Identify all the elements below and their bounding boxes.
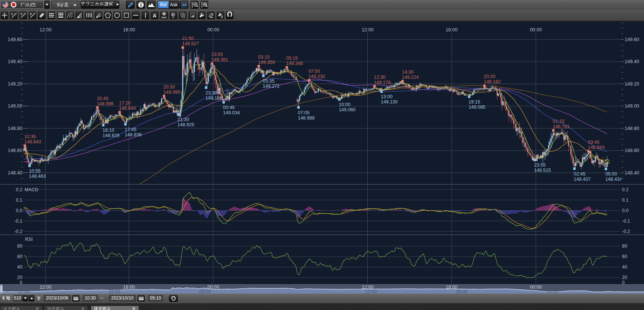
- svg-text:02:45: 02:45: [574, 171, 585, 177]
- svg-text:07:50: 07:50: [308, 69, 320, 74]
- svg-text:2: 2: [21, 12, 22, 16]
- svg-text:149.60: 149.60: [625, 37, 639, 42]
- svg-text:01:15: 01:15: [553, 119, 564, 124]
- svg-text:40: 40: [17, 264, 22, 270]
- svg-text:00:45: 00:45: [223, 105, 235, 110]
- svg-text:40: 40: [622, 264, 627, 270]
- svg-text:-0.2: -0.2: [14, 229, 22, 234]
- svg-text:07:05: 07:05: [298, 110, 310, 115]
- svg-text:RSI: RSI: [25, 237, 33, 242]
- svg-text:0: 0: [20, 280, 22, 285]
- svg-text:/: /: [30, 3, 31, 8]
- svg-text:A: A: [153, 13, 156, 19]
- svg-text:00:00: 00:00: [547, 289, 558, 294]
- svg-text:148.434: 148.434: [605, 177, 622, 182]
- svg-text:148.60: 148.60: [625, 148, 639, 153]
- svg-text:15:45: 15:45: [97, 96, 108, 101]
- svg-text:149.381: 149.381: [211, 57, 228, 62]
- svg-text:17:45: 17:45: [125, 127, 136, 132]
- svg-text:148.643: 148.643: [24, 139, 41, 145]
- svg-text:149.272: 149.272: [263, 84, 280, 89]
- svg-text:16:10: 16:10: [103, 128, 114, 133]
- svg-text:149.166: 149.166: [205, 96, 222, 101]
- svg-text:00:00: 00:00: [530, 27, 542, 32]
- svg-text:149.232: 149.232: [308, 74, 325, 79]
- svg-text:12:30: 12:30: [374, 75, 386, 80]
- svg-text:149.130: 149.130: [381, 99, 398, 105]
- svg-text:148.593: 148.593: [588, 145, 604, 150]
- svg-text:17:20: 17:20: [119, 100, 131, 106]
- svg-text:12:00: 12:00: [365, 289, 377, 294]
- svg-text:18:00: 18:00: [123, 27, 135, 32]
- svg-text:3: 3: [30, 12, 32, 16]
- svg-text:-0.2: -0.2: [622, 229, 630, 234]
- svg-text:60: 60: [17, 254, 22, 259]
- svg-text:0: 0: [622, 280, 625, 285]
- svg-text:03:35: 03:35: [263, 78, 274, 84]
- svg-text:148.80: 148.80: [8, 125, 22, 131]
- svg-text:0.2: 0.2: [16, 187, 22, 192]
- svg-text:icon: icon: [161, 16, 166, 19]
- svg-text:148.944: 148.944: [119, 106, 136, 111]
- svg-text:19:15: 19:15: [468, 99, 480, 105]
- svg-text:0.0: 0.0: [16, 208, 22, 213]
- svg-text:05:00: 05:00: [605, 171, 617, 177]
- svg-text:149.090: 149.090: [163, 90, 180, 95]
- svg-text:03:15: 03:15: [258, 55, 270, 60]
- svg-text:148.988: 148.988: [298, 115, 315, 121]
- svg-text:03:45: 03:45: [588, 140, 599, 145]
- svg-text:18:00: 18:00: [446, 27, 458, 32]
- svg-text:149.20: 149.20: [625, 81, 639, 87]
- svg-text:10:35: 10:35: [24, 134, 36, 139]
- svg-text:18:00: 18:00: [109, 289, 120, 294]
- svg-text:148.40: 148.40: [625, 170, 639, 176]
- svg-text:148.463: 148.463: [29, 174, 46, 179]
- svg-text:20: 20: [622, 275, 627, 280]
- svg-text:23:55: 23:55: [534, 162, 546, 168]
- svg-text:148.925: 148.925: [178, 122, 194, 127]
- svg-text:20:30: 20:30: [163, 84, 175, 90]
- svg-text:149.178: 149.178: [374, 80, 391, 85]
- svg-text:12:00: 12:00: [40, 285, 51, 290]
- svg-text:149.527: 149.527: [182, 41, 199, 46]
- svg-text:148.829: 148.829: [103, 133, 119, 138]
- svg-text:05:15: 05:15: [286, 56, 298, 61]
- svg-text:149.20: 149.20: [8, 81, 22, 87]
- svg-text:148.60: 148.60: [8, 148, 22, 153]
- svg-text:MACD: MACD: [25, 187, 38, 192]
- svg-text:149.40: 149.40: [625, 59, 639, 64]
- svg-text:18:00: 18:00: [123, 285, 135, 290]
- svg-text:21:50: 21:50: [182, 36, 194, 41]
- svg-text:0.1: 0.1: [16, 198, 22, 203]
- svg-text:12:00: 12:00: [362, 27, 374, 32]
- svg-text:80: 80: [17, 244, 22, 249]
- svg-text:12:00: 12:00: [40, 27, 51, 32]
- svg-text:80: 80: [622, 244, 627, 249]
- svg-text:23:30: 23:30: [205, 90, 217, 96]
- svg-text:20:20: 20:20: [484, 74, 495, 79]
- svg-text:00:00: 00:00: [207, 27, 219, 32]
- svg-text:00:00: 00:00: [199, 289, 211, 294]
- svg-text:1: 1: [11, 12, 13, 16]
- svg-text:149.182: 149.182: [484, 79, 500, 84]
- svg-text::: :: [11, 296, 12, 301]
- svg-text:-0.1: -0.1: [14, 218, 22, 224]
- svg-text:149.034: 149.034: [223, 110, 240, 115]
- svg-text:00:00: 00:00: [530, 285, 541, 290]
- svg-text:148.40: 148.40: [8, 170, 22, 176]
- svg-text:5: 5: [57, 3, 60, 7]
- svg-text:148.986: 148.986: [97, 101, 113, 106]
- svg-text:-0.1: -0.1: [622, 218, 630, 224]
- svg-text:148.80: 148.80: [625, 125, 639, 131]
- svg-text:0.1: 0.1: [622, 198, 628, 203]
- svg-text:148.515: 148.515: [534, 168, 551, 173]
- svg-text:13:00: 13:00: [381, 94, 392, 99]
- svg-text:149.085: 149.085: [468, 105, 485, 110]
- svg-text:148.437: 148.437: [574, 177, 591, 182]
- svg-text:149.348: 149.348: [286, 61, 303, 66]
- svg-text:149.60: 149.60: [8, 37, 22, 42]
- svg-text:0.0: 0.0: [622, 208, 628, 213]
- svg-text:149.40: 149.40: [8, 59, 22, 64]
- svg-text:10:55: 10:55: [29, 168, 41, 174]
- svg-text:149.060: 149.060: [339, 107, 355, 112]
